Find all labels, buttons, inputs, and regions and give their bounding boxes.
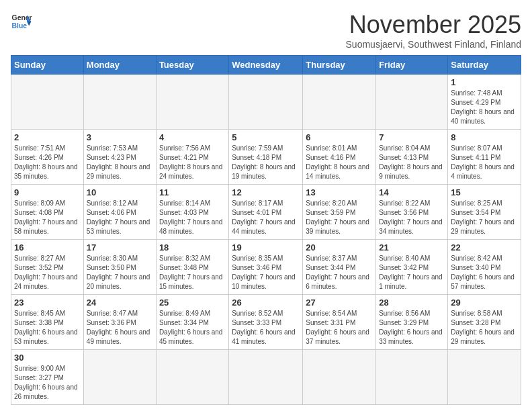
calendar-cell: 28Sunrise: 8:56 AM Sunset: 3:29 PM Dayli… bbox=[376, 295, 448, 350]
day-info: Sunrise: 8:35 AM Sunset: 3:46 PM Dayligh… bbox=[232, 254, 300, 291]
calendar-cell: 13Sunrise: 8:20 AM Sunset: 3:59 PM Dayli… bbox=[303, 185, 376, 240]
weekday-header-sunday: Sunday bbox=[11, 56, 84, 75]
week-row-5: 23Sunrise: 8:45 AM Sunset: 3:38 PM Dayli… bbox=[11, 295, 521, 350]
day-number: 26 bbox=[232, 298, 300, 308]
calendar-cell: 10Sunrise: 8:12 AM Sunset: 4:06 PM Dayli… bbox=[83, 185, 156, 240]
calendar-cell: 7Sunrise: 8:04 AM Sunset: 4:13 PM Daylig… bbox=[376, 130, 448, 185]
location-subtitle: Suomusjaervi, Southwest Finland, Finland bbox=[346, 39, 521, 50]
calendar-cell: 5Sunrise: 7:59 AM Sunset: 4:18 PM Daylig… bbox=[229, 130, 303, 185]
day-number: 17 bbox=[87, 242, 153, 253]
day-info: Sunrise: 8:22 AM Sunset: 3:56 PM Dayligh… bbox=[379, 199, 445, 236]
calendar-cell: 24Sunrise: 8:47 AM Sunset: 3:36 PM Dayli… bbox=[83, 295, 156, 350]
calendar-cell bbox=[156, 350, 228, 405]
day-number: 14 bbox=[379, 187, 445, 197]
logo-icon: General Blue bbox=[11, 11, 32, 32]
day-number: 9 bbox=[14, 187, 81, 197]
svg-marker-3 bbox=[27, 21, 31, 26]
day-number: 20 bbox=[306, 242, 373, 253]
month-title: November 2025 bbox=[346, 11, 521, 39]
calendar-cell: 2Sunrise: 7:51 AM Sunset: 4:26 PM Daylig… bbox=[11, 130, 84, 185]
day-number: 15 bbox=[451, 187, 518, 197]
calendar-cell: 26Sunrise: 8:52 AM Sunset: 3:33 PM Dayli… bbox=[229, 295, 303, 350]
day-info: Sunrise: 8:20 AM Sunset: 3:59 PM Dayligh… bbox=[306, 199, 373, 236]
day-number: 18 bbox=[159, 242, 226, 253]
day-number: 28 bbox=[379, 298, 445, 308]
weekday-header-saturday: Saturday bbox=[448, 56, 521, 75]
day-number: 13 bbox=[306, 187, 373, 197]
calendar-cell: 11Sunrise: 8:14 AM Sunset: 4:03 PM Dayli… bbox=[156, 185, 228, 240]
calendar-cell: 12Sunrise: 8:17 AM Sunset: 4:01 PM Dayli… bbox=[229, 185, 303, 240]
day-number: 4 bbox=[159, 132, 226, 142]
calendar-cell bbox=[303, 75, 376, 130]
week-row-2: 2Sunrise: 7:51 AM Sunset: 4:26 PM Daylig… bbox=[11, 130, 521, 185]
day-info: Sunrise: 8:07 AM Sunset: 4:11 PM Dayligh… bbox=[451, 144, 518, 181]
day-info: Sunrise: 8:42 AM Sunset: 3:40 PM Dayligh… bbox=[451, 254, 518, 291]
calendar-cell bbox=[11, 75, 84, 130]
day-number: 11 bbox=[159, 187, 226, 197]
title-area: November 2025 Suomusjaervi, Southwest Fi… bbox=[346, 11, 521, 50]
day-info: Sunrise: 7:48 AM Sunset: 4:29 PM Dayligh… bbox=[451, 89, 518, 126]
calendar-cell: 18Sunrise: 8:32 AM Sunset: 3:48 PM Dayli… bbox=[156, 240, 228, 295]
calendar: SundayMondayTuesdayWednesdayThursdayFrid… bbox=[11, 55, 521, 405]
calendar-cell: 20Sunrise: 8:37 AM Sunset: 3:44 PM Dayli… bbox=[303, 240, 376, 295]
calendar-cell: 21Sunrise: 8:40 AM Sunset: 3:42 PM Dayli… bbox=[376, 240, 448, 295]
day-info: Sunrise: 8:01 AM Sunset: 4:16 PM Dayligh… bbox=[306, 144, 373, 181]
calendar-cell: 29Sunrise: 8:58 AM Sunset: 3:28 PM Dayli… bbox=[448, 295, 521, 350]
weekday-header-tuesday: Tuesday bbox=[156, 56, 228, 75]
day-info: Sunrise: 8:37 AM Sunset: 3:44 PM Dayligh… bbox=[306, 254, 373, 291]
day-info: Sunrise: 7:59 AM Sunset: 4:18 PM Dayligh… bbox=[232, 144, 300, 181]
day-info: Sunrise: 8:27 AM Sunset: 3:52 PM Dayligh… bbox=[14, 254, 81, 291]
logo: General Blue bbox=[11, 11, 32, 32]
day-number: 21 bbox=[379, 242, 445, 253]
day-number: 22 bbox=[451, 242, 518, 253]
header: General Blue November 2025 Suomusjaervi,… bbox=[11, 11, 521, 50]
day-number: 27 bbox=[306, 298, 373, 308]
weekday-header-thursday: Thursday bbox=[303, 56, 376, 75]
day-info: Sunrise: 8:17 AM Sunset: 4:01 PM Dayligh… bbox=[232, 199, 300, 236]
day-number: 7 bbox=[379, 132, 445, 142]
day-info: Sunrise: 8:32 AM Sunset: 3:48 PM Dayligh… bbox=[159, 254, 226, 291]
day-info: Sunrise: 8:45 AM Sunset: 3:38 PM Dayligh… bbox=[14, 309, 81, 347]
calendar-cell: 25Sunrise: 8:49 AM Sunset: 3:34 PM Dayli… bbox=[156, 295, 228, 350]
weekday-header-monday: Monday bbox=[83, 56, 156, 75]
day-info: Sunrise: 8:04 AM Sunset: 4:13 PM Dayligh… bbox=[379, 144, 445, 181]
day-info: Sunrise: 8:14 AM Sunset: 4:03 PM Dayligh… bbox=[159, 199, 226, 236]
day-number: 2 bbox=[14, 132, 81, 142]
calendar-cell: 22Sunrise: 8:42 AM Sunset: 3:40 PM Dayli… bbox=[448, 240, 521, 295]
day-info: Sunrise: 8:12 AM Sunset: 4:06 PM Dayligh… bbox=[87, 199, 153, 236]
calendar-cell bbox=[376, 350, 448, 405]
day-info: Sunrise: 7:53 AM Sunset: 4:23 PM Dayligh… bbox=[87, 144, 153, 181]
week-row-1: 1Sunrise: 7:48 AM Sunset: 4:29 PM Daylig… bbox=[11, 75, 521, 130]
calendar-cell: 27Sunrise: 8:54 AM Sunset: 3:31 PM Dayli… bbox=[303, 295, 376, 350]
calendar-cell: 1Sunrise: 7:48 AM Sunset: 4:29 PM Daylig… bbox=[448, 75, 521, 130]
calendar-cell: 4Sunrise: 7:56 AM Sunset: 4:21 PM Daylig… bbox=[156, 130, 228, 185]
day-info: Sunrise: 8:58 AM Sunset: 3:28 PM Dayligh… bbox=[451, 309, 518, 347]
calendar-cell bbox=[156, 75, 228, 130]
calendar-cell: 14Sunrise: 8:22 AM Sunset: 3:56 PM Dayli… bbox=[376, 185, 448, 240]
calendar-cell bbox=[303, 350, 376, 405]
day-number: 16 bbox=[14, 242, 81, 253]
day-info: Sunrise: 7:51 AM Sunset: 4:26 PM Dayligh… bbox=[14, 144, 81, 181]
svg-text:Blue: Blue bbox=[12, 22, 28, 30]
calendar-cell bbox=[229, 350, 303, 405]
day-number: 8 bbox=[451, 132, 518, 142]
day-number: 10 bbox=[87, 187, 153, 197]
day-info: Sunrise: 8:25 AM Sunset: 3:54 PM Dayligh… bbox=[451, 199, 518, 236]
calendar-cell: 19Sunrise: 8:35 AM Sunset: 3:46 PM Dayli… bbox=[229, 240, 303, 295]
calendar-cell: 3Sunrise: 7:53 AM Sunset: 4:23 PM Daylig… bbox=[83, 130, 156, 185]
calendar-cell: 6Sunrise: 8:01 AM Sunset: 4:16 PM Daylig… bbox=[303, 130, 376, 185]
day-number: 3 bbox=[87, 132, 153, 142]
day-info: Sunrise: 8:30 AM Sunset: 3:50 PM Dayligh… bbox=[87, 254, 153, 291]
day-number: 23 bbox=[14, 298, 81, 308]
weekday-header-wednesday: Wednesday bbox=[229, 56, 303, 75]
day-info: Sunrise: 8:56 AM Sunset: 3:29 PM Dayligh… bbox=[379, 309, 445, 347]
day-info: Sunrise: 8:54 AM Sunset: 3:31 PM Dayligh… bbox=[306, 309, 373, 347]
calendar-cell: 15Sunrise: 8:25 AM Sunset: 3:54 PM Dayli… bbox=[448, 185, 521, 240]
day-number: 29 bbox=[451, 298, 518, 308]
week-row-3: 9Sunrise: 8:09 AM Sunset: 4:08 PM Daylig… bbox=[11, 185, 521, 240]
week-row-6: 30Sunrise: 9:00 AM Sunset: 3:27 PM Dayli… bbox=[11, 350, 521, 405]
calendar-cell bbox=[83, 75, 156, 130]
day-number: 6 bbox=[306, 132, 373, 142]
calendar-cell: 9Sunrise: 8:09 AM Sunset: 4:08 PM Daylig… bbox=[11, 185, 84, 240]
day-info: Sunrise: 8:49 AM Sunset: 3:34 PM Dayligh… bbox=[159, 309, 226, 347]
